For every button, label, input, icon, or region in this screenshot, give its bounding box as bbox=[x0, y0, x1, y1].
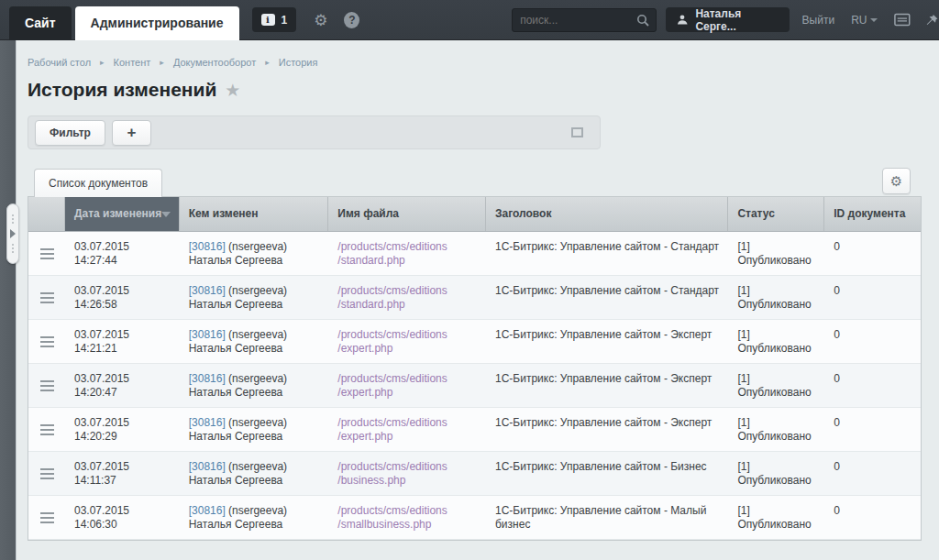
user-login: (nsergeeva) bbox=[226, 416, 287, 429]
main-content: Рабочий стол ▸ Контент ▸ Документооборот… bbox=[28, 40, 922, 541]
doc-status: [1] Опубликовано bbox=[728, 496, 824, 539]
doc-status: [1] Опубликовано bbox=[728, 320, 824, 363]
user-id-link[interactable]: [30816] bbox=[189, 284, 226, 297]
user-id-link[interactable]: [30816] bbox=[189, 504, 226, 517]
row-menu-icon[interactable] bbox=[40, 336, 54, 347]
doc-id: 0 bbox=[824, 276, 921, 319]
language-selector[interactable]: RU bbox=[851, 14, 878, 27]
left-menu-rail bbox=[0, 40, 17, 560]
row-user-name: Наталья Сергеева bbox=[189, 386, 320, 400]
breadcrumb-item-desktop[interactable]: Рабочий стол bbox=[28, 57, 91, 68]
row-time: 14:21:21 bbox=[74, 342, 171, 356]
breadcrumb: Рабочий стол ▸ Контент ▸ Документооборот… bbox=[28, 57, 922, 68]
header-title[interactable]: Заголовок bbox=[486, 197, 728, 231]
notifications-button[interactable]: i 1 bbox=[252, 7, 297, 32]
expand-arrow-icon bbox=[10, 229, 16, 238]
filter-panel: Фильтр + bbox=[28, 115, 601, 149]
user-id-link[interactable]: [30816] bbox=[189, 460, 226, 473]
breadcrumb-item-content[interactable]: Контент bbox=[114, 57, 151, 68]
grid-settings-button[interactable]: ⚙ bbox=[882, 168, 911, 194]
person-icon bbox=[677, 14, 688, 26]
user-login: (nsergeeva) bbox=[226, 504, 287, 517]
table-row: 03.07.2015 14:20:29 [30816] (nsergeeva) … bbox=[28, 408, 921, 452]
menu-expand-handle[interactable] bbox=[6, 203, 19, 264]
doc-title: 1С-Битрикс: Управление сайтом - Стандарт bbox=[486, 276, 728, 319]
table-body: 03.07.2015 14:27:44 [30816] (nsergeeva) … bbox=[28, 232, 921, 540]
row-menu-icon[interactable] bbox=[40, 292, 54, 303]
chevron-down-icon bbox=[870, 18, 878, 22]
user-login: (nsergeeva) bbox=[226, 372, 287, 385]
file-link[interactable]: /products/cms/editions /expert.php bbox=[337, 416, 477, 444]
user-id-link[interactable]: [30816] bbox=[189, 240, 226, 253]
star-icon[interactable]: ★ bbox=[225, 80, 240, 100]
table-row: 03.07.2015 14:21:21 [30816] (nsergeeva) … bbox=[28, 320, 921, 364]
table-row: 03.07.2015 14:27:44 [30816] (nsergeeva) … bbox=[28, 232, 921, 276]
row-user-name: Наталья Сергеева bbox=[189, 518, 320, 532]
table-row: 03.07.2015 14:06:30 [30816] (nsergeeva) … bbox=[28, 496, 921, 540]
row-menu-icon[interactable] bbox=[40, 248, 54, 259]
language-label: RU bbox=[851, 14, 867, 27]
row-date: 03.07.2015 bbox=[74, 372, 171, 386]
row-user-name: Наталья Сергеева bbox=[189, 298, 320, 312]
file-link[interactable]: /products/cms/editions /smallbusiness.ph… bbox=[337, 504, 477, 532]
row-time: 14:27:44 bbox=[74, 254, 171, 268]
gear-icon: ⚙ bbox=[890, 173, 902, 190]
notification-count: 1 bbox=[282, 14, 288, 27]
header-doc-id[interactable]: ID документа bbox=[824, 197, 921, 231]
tab-administration[interactable]: Администрирование bbox=[75, 6, 239, 40]
file-link[interactable]: /products/cms/editions /standard.php bbox=[337, 240, 477, 268]
doc-status: [1] Опубликовано bbox=[728, 408, 824, 451]
breadcrumb-arrow-icon: ▸ bbox=[100, 58, 105, 67]
doc-title: 1С-Битрикс: Управление сайтом - Эксперт bbox=[486, 364, 728, 407]
file-link[interactable]: /products/cms/editions /business.php bbox=[337, 460, 477, 488]
user-id-link[interactable]: [30816] bbox=[189, 328, 226, 341]
table-header: Дата изменения Кем изменен Имя файла Заг… bbox=[28, 197, 921, 232]
user-name: Наталья Серге... bbox=[695, 7, 778, 33]
pin-icon[interactable] bbox=[925, 13, 939, 27]
user-id-link[interactable]: [30816] bbox=[189, 372, 226, 385]
header-status[interactable]: Статус bbox=[728, 197, 824, 231]
tab-site[interactable]: Сайт bbox=[9, 6, 72, 40]
file-link[interactable]: /products/cms/editions /standard.php bbox=[337, 284, 477, 312]
search-icon[interactable] bbox=[636, 14, 649, 27]
file-link[interactable]: /products/cms/editions /expert.php bbox=[337, 372, 477, 400]
row-user-name: Наталья Сергеева bbox=[189, 474, 320, 488]
search-input[interactable] bbox=[513, 14, 641, 27]
header-filename[interactable]: Имя файла bbox=[328, 197, 486, 231]
filter-settings-icon[interactable] bbox=[571, 127, 583, 137]
doc-id: 0 bbox=[824, 232, 921, 275]
breadcrumb-arrow-icon: ▸ bbox=[160, 58, 164, 67]
doc-status: [1] Опубликовано bbox=[728, 452, 824, 495]
user-login: (nsergeeva) bbox=[226, 284, 287, 297]
header-date-sorted[interactable]: Дата изменения bbox=[65, 197, 180, 231]
tab-document-list[interactable]: Список документов bbox=[34, 169, 162, 197]
file-link[interactable]: /products/cms/editions /expert.php bbox=[337, 328, 477, 356]
row-menu-icon[interactable] bbox=[40, 424, 54, 435]
user-login: (nsergeeva) bbox=[226, 328, 287, 341]
help-icon[interactable]: ? bbox=[344, 12, 359, 28]
logout-link[interactable]: Выйти bbox=[802, 14, 835, 27]
doc-status: [1] Опубликовано bbox=[728, 276, 824, 319]
topbar: Сайт Администрирование i 1 ⚙ ? Наталья С… bbox=[0, 0, 939, 40]
admin-page: Сайт Администрирование i 1 ⚙ ? Наталья С… bbox=[0, 0, 939, 560]
user-login: (nsergeeva) bbox=[226, 240, 287, 253]
row-date: 03.07.2015 bbox=[74, 240, 171, 254]
row-time: 14:26:58 bbox=[74, 298, 171, 312]
user-id-link[interactable]: [30816] bbox=[189, 416, 226, 429]
row-menu-icon[interactable] bbox=[40, 468, 54, 479]
header-handle-column bbox=[28, 197, 65, 231]
row-menu-icon[interactable] bbox=[40, 380, 54, 391]
doc-status: [1] Опубликовано bbox=[728, 232, 824, 275]
gear-icon[interactable]: ⚙ bbox=[314, 11, 327, 29]
window-icon[interactable] bbox=[894, 13, 911, 27]
header-modified-by[interactable]: Кем изменен bbox=[180, 197, 329, 231]
drag-dots-icon bbox=[12, 244, 14, 253]
row-menu-icon[interactable] bbox=[40, 512, 54, 523]
breadcrumb-item-workflow[interactable]: Документооборот bbox=[173, 57, 256, 68]
add-filter-button[interactable]: + bbox=[112, 120, 151, 146]
user-menu-button[interactable]: Наталья Серге... bbox=[666, 7, 789, 32]
filter-button[interactable]: Фильтр bbox=[35, 120, 105, 146]
header-date-label: Дата изменения bbox=[74, 208, 161, 220]
breadcrumb-item-history[interactable]: История bbox=[279, 57, 318, 68]
row-time: 14:20:29 bbox=[74, 430, 171, 444]
